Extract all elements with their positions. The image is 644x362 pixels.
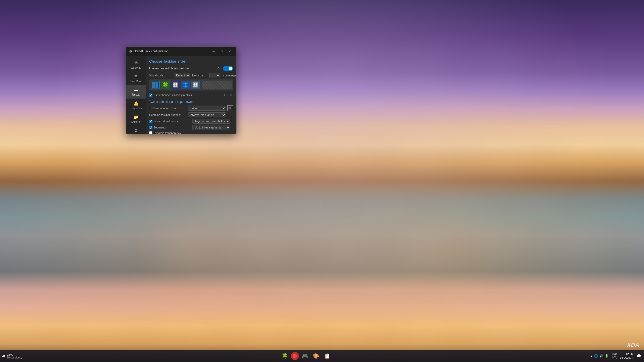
sidebar-item-tray-icons[interactable]: 🔔 Tray icons [126,99,146,112]
weather-widget[interactable]: ☁️ 15°C Mostly cloudy [0,352,24,360]
centered-tasks-label: Centered task icons [153,120,192,123]
title-icon: ⚙ [129,49,132,53]
dynamic-transparency-row: Dynamic transparency [149,131,233,134]
segments-row: Segments Up to three segments Up to two … [149,125,233,130]
sidebar-item-start-menu[interactable]: ⊞ Start Menu [126,72,146,85]
taskbar-icon: ▬ [134,88,138,92]
weather-desc: Mostly cloudy [7,356,22,359]
taskbar-location-row: Taskbar location on screen: Bottom Top L… [149,105,233,111]
style-icons-row: 🍀 🪟 🌐 🪟 [149,79,233,90]
sidebar-label-taskbar: Taskbar [132,93,140,96]
window-controls: ─ □ ✕ [210,49,233,54]
svg-rect-1 [155,82,158,85]
taskbar-location-select[interactable]: Bottom Top Left Right [188,106,226,111]
dialog-body: ♾ Welcome ⊞ Start Menu ▬ Taskbar 🔔 Tray … [126,56,236,134]
icon-margins-label: Icon margins: [222,74,236,77]
taskbar-app-2[interactable]: 🔴 [291,352,299,360]
system-tray: ▲ 🌐 🔊 🔋 [588,354,611,358]
sidebar-item-taskbar[interactable]: ▬ Taskbar [126,85,146,99]
config-dialog: ⚙ StartAllBack configuration ─ □ ✕ ♾ Wel… [126,47,236,134]
style-icon-1[interactable] [151,81,160,89]
title-text: StartAllBack configuration [134,50,168,53]
weather-temp: 15°C [7,353,22,356]
tweak-section-title: Tweak behavior and superpowers [149,100,233,104]
segments-label: Segments [153,126,192,129]
enhanced-taskbar-toggle[interactable] [223,66,233,71]
taskbar-location-label: Taskbar location on screen: [149,107,188,110]
style-icon-2[interactable]: 🍀 [161,81,170,89]
welcome-icon: ♾ [134,61,138,65]
style-icon-5[interactable]: 🪟 [191,81,200,89]
svg-rect-0 [152,82,155,85]
combine-buttons-label: Combine taskbar buttons: [149,113,188,116]
sidebar-label-explorer: Explorer [131,120,141,123]
advanced-icon: ⚙ [134,128,138,133]
monitor-icon[interactable]: 🖥 [227,105,233,111]
volume-icon[interactable]: 🔊 [599,354,603,358]
language-indicator[interactable]: ENG INTL [612,353,617,359]
sidebar-item-welcome[interactable]: ♾ Welcome [126,58,146,72]
visual-style-label: Visual style: [149,74,172,77]
combine-buttons-row: Combine taskbar buttons: Always, hide la… [149,112,233,117]
icon-size-label: Icon size: [192,74,207,77]
sidebar-label-start-menu: Start Menu [130,80,142,83]
taskbar-app-5[interactable]: 📋 [322,351,332,361]
taskbar-app-4[interactable]: 🎨 [311,351,321,361]
taskbar-right: ▲ 🌐 🔊 🔋 ENG INTL 12:26 08/04/2024 💬 [588,352,644,359]
taskbar-center: 🍀 🔴 🎮 🎨 📋 [24,351,588,361]
xda-watermark: XDA [627,342,639,348]
dynamic-transparency-label: Dynamic transparency [153,131,192,134]
jumplists-label: Use enhanced classic jumplists [153,94,192,97]
centered-tasks-row: Centered task icons Together with start … [149,119,233,124]
tray-icon-1[interactable]: ▲ [590,354,593,358]
icon-size-select[interactable]: L S M XL [209,73,220,78]
sidebar-item-explorer[interactable]: 📁 Explorer [126,112,146,126]
visual-style-row: Visual style: Default Icon size: L S M X… [149,73,233,78]
taskbar: ☁️ 15°C Mostly cloudy 🍀 🔴 🎮 🎨 📋 ▲ 🌐 🔊 🔋 … [0,350,644,362]
weather-info: 15°C Mostly cloudy [7,353,22,359]
sidebar: ♾ Welcome ⊞ Start Menu ▬ Taskbar 🔔 Tray … [126,56,146,134]
explorer-icon: 📁 [134,115,139,119]
main-content: Choose Taskbar style Use enhanced classi… [146,56,236,134]
sidebar-label-welcome: Welcome [131,66,141,69]
battery-icon[interactable]: 🔋 [605,354,609,358]
segments-checkbox[interactable] [149,126,152,129]
weather-icon: ☁️ [2,354,6,358]
centered-tasks-select[interactable]: Together with start button Without start… [192,119,230,124]
taskbar-app-3[interactable]: 🎮 [300,351,310,361]
enhanced-taskbar-label: Use enhanced classic taskbar [149,67,189,70]
add-button[interactable]: + [222,93,227,98]
clock-time: 12:26 [620,352,633,356]
tray-icons-icon: 🔔 [134,101,139,106]
clock-date: 08/04/2024 [620,356,633,360]
network-icon[interactable]: 🌐 [594,354,598,358]
sidebar-item-advanced[interactable]: ⚙ Advanced [126,126,146,134]
section-title: Choose Taskbar style [149,59,233,63]
sidebar-label-tray-icons: Tray icons [130,107,142,110]
jumplists-row: Use enhanced classic jumplists + × [149,93,233,98]
mountain-overlay [0,0,644,362]
style-preview-area [202,81,232,89]
combine-buttons-select[interactable]: Always, hide labels When taskbar is full… [188,112,226,117]
svg-rect-3 [155,85,158,88]
sidebar-label-advanced: Advanced [130,134,141,134]
toggle-state-label: On [217,67,221,70]
enhanced-taskbar-row: Use enhanced classic taskbar On [149,66,233,71]
centered-tasks-checkbox[interactable] [149,120,152,123]
system-clock[interactable]: 12:26 08/04/2024 [618,352,635,359]
close-button[interactable]: ✕ [226,49,233,54]
visual-style-select[interactable]: Default [174,73,190,78]
minimize-button[interactable]: ─ [210,49,217,54]
dynamic-transparency-checkbox[interactable] [149,131,152,134]
maximize-button[interactable]: □ [218,49,225,54]
segments-select[interactable]: Up to three segments Up to two segments … [192,125,230,130]
dialog-title: ⚙ StartAllBack configuration [129,49,168,53]
taskbar-app-1[interactable]: 🍀 [280,351,290,361]
start-menu-icon: ⊞ [134,74,138,79]
remove-button[interactable]: × [228,93,233,98]
style-icon-4[interactable]: 🌐 [181,81,190,89]
svg-rect-2 [152,85,155,88]
jumplists-checkbox[interactable] [149,94,152,97]
notifications-icon[interactable]: 💬 [636,354,642,358]
style-icon-3[interactable]: 🪟 [171,81,180,89]
